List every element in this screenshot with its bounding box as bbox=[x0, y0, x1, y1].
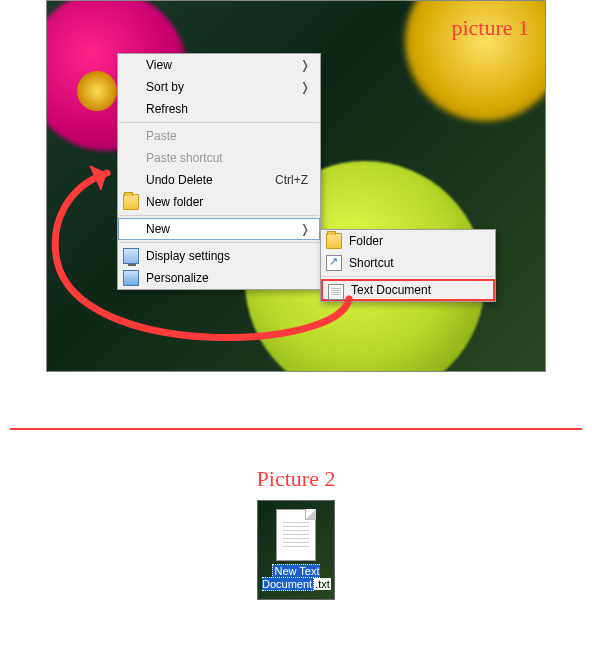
menu-item-new-folder[interactable]: New folder bbox=[118, 191, 320, 213]
menu-item-paste-shortcut: Paste shortcut bbox=[118, 147, 320, 169]
menu-shortcut: Ctrl+Z bbox=[275, 173, 314, 187]
text-file-icon[interactable] bbox=[276, 509, 316, 561]
submenu-item-text-document[interactable]: Text Document bbox=[321, 279, 495, 301]
shortcut-icon bbox=[326, 255, 342, 271]
menu-separator bbox=[119, 122, 319, 123]
menu-label: Folder bbox=[349, 234, 383, 248]
menu-label: Paste bbox=[146, 129, 177, 143]
menu-item-view[interactable]: View ❭ bbox=[118, 54, 320, 76]
menu-label: Paste shortcut bbox=[146, 151, 223, 165]
menu-label: Text Document bbox=[351, 283, 431, 297]
menu-item-sort-by[interactable]: Sort by ❭ bbox=[118, 76, 320, 98]
menu-label: Shortcut bbox=[349, 256, 394, 270]
file-name-editor[interactable]: New Text Document.txt bbox=[262, 565, 330, 591]
menu-label: Undo Delete bbox=[146, 173, 213, 187]
section-divider bbox=[10, 428, 582, 430]
picture-2-screenshot: New Text Document.txt bbox=[257, 500, 335, 600]
menu-item-undo-delete[interactable]: Undo Delete Ctrl+Z bbox=[118, 169, 320, 191]
menu-label: Sort by bbox=[146, 80, 184, 94]
menu-item-display-settings[interactable]: Display settings bbox=[118, 245, 320, 267]
picture-1-screenshot: picture 1 View ❭ Sort by ❭ Refresh Paste… bbox=[46, 0, 546, 372]
chevron-right-icon: ❭ bbox=[300, 58, 314, 72]
menu-label: Refresh bbox=[146, 102, 188, 116]
personalize-icon bbox=[123, 270, 139, 286]
folder-icon bbox=[326, 233, 342, 249]
folder-icon bbox=[123, 194, 139, 210]
picture-1-label: picture 1 bbox=[451, 15, 529, 41]
menu-label: Display settings bbox=[146, 249, 230, 263]
menu-separator bbox=[119, 215, 319, 216]
monitor-icon bbox=[123, 248, 139, 264]
menu-item-new[interactable]: New ❭ bbox=[118, 218, 320, 240]
menu-item-refresh[interactable]: Refresh bbox=[118, 98, 320, 120]
menu-separator bbox=[119, 242, 319, 243]
menu-item-paste: Paste bbox=[118, 125, 320, 147]
text-document-icon bbox=[328, 284, 344, 300]
menu-label: New bbox=[146, 222, 170, 236]
chevron-right-icon: ❭ bbox=[300, 222, 314, 236]
submenu-item-shortcut[interactable]: Shortcut bbox=[321, 252, 495, 274]
menu-label: New folder bbox=[146, 195, 203, 209]
new-submenu: Folder Shortcut Text Document bbox=[320, 229, 496, 302]
chevron-right-icon: ❭ bbox=[300, 80, 314, 94]
menu-label: Personalize bbox=[146, 271, 209, 285]
picture-2-label: Picture 2 bbox=[257, 466, 336, 492]
file-extension: .txt bbox=[314, 578, 331, 590]
desktop-context-menu: View ❭ Sort by ❭ Refresh Paste Paste sho… bbox=[117, 53, 321, 290]
menu-item-personalize[interactable]: Personalize bbox=[118, 267, 320, 289]
menu-separator bbox=[322, 276, 494, 277]
submenu-item-folder[interactable]: Folder bbox=[321, 230, 495, 252]
picture-2-section: Picture 2 New Text Document.txt bbox=[0, 466, 592, 600]
file-name-selected: New Text Document bbox=[262, 564, 320, 591]
menu-label: View bbox=[146, 58, 172, 72]
